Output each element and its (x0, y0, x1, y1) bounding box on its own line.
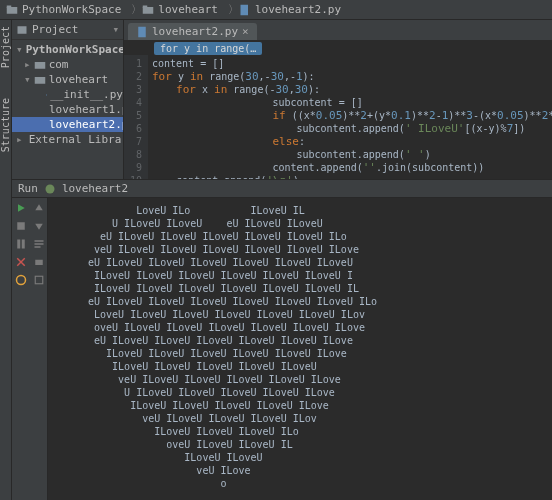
svg-marker-23 (35, 204, 43, 210)
wrap-icon[interactable] (33, 238, 45, 250)
svg-rect-18 (17, 240, 20, 249)
code-preview-bar[interactable]: for y in range(… (154, 42, 552, 55)
down-icon[interactable] (33, 220, 45, 232)
python-file-icon (46, 89, 47, 101)
pause-icon[interactable] (15, 238, 27, 250)
svg-rect-17 (17, 222, 25, 230)
svg-rect-5 (18, 26, 27, 34)
folder-icon (34, 59, 46, 71)
breadcrumb-file[interactable]: loveheart2.py (239, 3, 341, 16)
help-icon[interactable] (15, 274, 27, 286)
svg-rect-19 (22, 240, 25, 249)
project-panel: Project ▾ ▾PythonWorkSpace E:\PythonW ▸c… (12, 20, 124, 179)
python-file-icon (136, 26, 148, 38)
python-file-icon (239, 4, 251, 16)
svg-rect-2 (143, 7, 154, 14)
svg-rect-0 (7, 7, 18, 14)
breadcrumb-root[interactable]: PythonWorkSpace (6, 3, 121, 16)
run-controls-secondary (30, 198, 48, 500)
breadcrumb-folder[interactable]: loveheart (142, 3, 218, 16)
clear-icon[interactable] (33, 274, 45, 286)
svg-rect-8 (46, 94, 47, 95)
svg-rect-25 (34, 240, 43, 242)
svg-rect-3 (143, 5, 148, 7)
tree-folder-com[interactable]: ▸com (12, 57, 123, 72)
tab-project[interactable]: Project (0, 26, 11, 68)
line-gutter: 1234567891011 (124, 55, 148, 179)
svg-rect-7 (34, 77, 45, 84)
tree-root[interactable]: ▾PythonWorkSpace E:\PythonW (12, 42, 123, 57)
tab-structure[interactable]: Structure (0, 98, 11, 152)
folder-icon (6, 4, 18, 16)
svg-rect-14 (138, 26, 146, 37)
svg-rect-28 (35, 260, 43, 265)
python-run-icon (44, 183, 56, 195)
tree-file-init[interactable]: __init__.py (12, 87, 123, 102)
close-icon[interactable]: × (242, 25, 249, 38)
tree-file-lh2[interactable]: loveheart2.py (12, 117, 123, 132)
rerun-icon[interactable] (15, 202, 27, 214)
tree-folder-loveheart[interactable]: ▾loveheart (12, 72, 123, 87)
project-tree: ▾PythonWorkSpace E:\PythonW ▸com ▾lovehe… (12, 40, 123, 149)
chevron-right-icon: 〉 (228, 2, 239, 17)
svg-point-22 (17, 276, 26, 285)
svg-marker-24 (35, 224, 43, 230)
svg-rect-27 (34, 246, 40, 248)
breadcrumb-bar: PythonWorkSpace 〉 loveheart 〉 loveheart2… (0, 0, 552, 20)
console-output[interactable]: LoveU ILo ILoveU IL U ILoveU ILoveU eU I… (48, 198, 552, 500)
run-panel: Run loveheart2 (12, 180, 552, 500)
svg-rect-29 (35, 276, 43, 284)
svg-marker-16 (18, 204, 25, 212)
chevron-right-icon: 〉 (131, 2, 142, 17)
svg-rect-1 (7, 5, 12, 7)
close-icon[interactable] (15, 256, 27, 268)
tree-external-libraries[interactable]: ▸External Libraries (12, 132, 123, 147)
folder-icon (142, 4, 154, 16)
dropdown-icon[interactable]: ▾ (112, 23, 119, 36)
svg-point-15 (45, 184, 54, 193)
svg-rect-6 (34, 62, 45, 69)
svg-rect-4 (240, 4, 248, 15)
up-icon[interactable] (33, 202, 45, 214)
svg-rect-26 (34, 243, 43, 245)
run-panel-header[interactable]: Run loveheart2 (12, 180, 552, 198)
run-controls-primary (12, 198, 30, 500)
print-icon[interactable] (33, 256, 45, 268)
folder-icon (34, 74, 46, 86)
editor-panel: loveheart2.py × for y in range(… 1234567… (124, 20, 552, 179)
code-area[interactable]: content = [] for y in range(30,-30,-1): … (148, 55, 552, 179)
project-panel-header[interactable]: Project ▾ (12, 20, 123, 40)
stop-icon[interactable] (15, 220, 27, 232)
left-tool-strip: Project Structure (0, 20, 12, 500)
project-icon (16, 24, 28, 36)
editor-tab-active[interactable]: loveheart2.py × (128, 23, 257, 40)
tree-file-lh1[interactable]: loveheart1.py (12, 102, 123, 117)
editor-tabbar: loveheart2.py × (124, 20, 552, 40)
